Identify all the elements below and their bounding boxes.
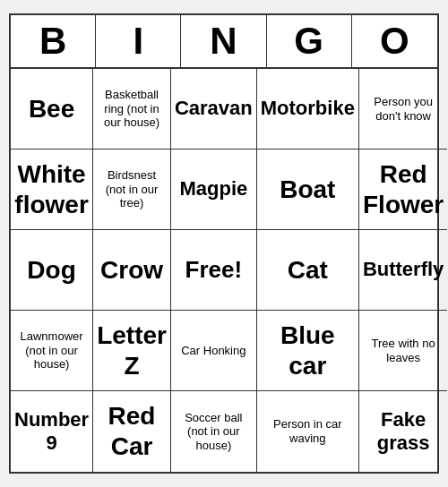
bingo-cell-24: Fake grass [359, 391, 447, 472]
bingo-cell-22: Soccer ball (not in our house) [171, 391, 257, 472]
bingo-letter-g: G [267, 15, 352, 67]
bingo-cell-6: Birdsnest (not in our tree) [93, 150, 171, 230]
bingo-cell-13: Cat [257, 230, 359, 311]
bingo-grid: BeeBasketball ring (not in our house)Car… [11, 69, 437, 472]
bingo-cell-7: Magpie [171, 150, 257, 230]
bingo-cell-14: Butterfly [359, 230, 447, 311]
bingo-letter-n: N [181, 15, 266, 67]
bingo-cell-3: Motorbike [257, 69, 359, 150]
bingo-cell-2: Caravan [171, 69, 257, 150]
bingo-card: BINGO BeeBasketball ring (not in our hou… [9, 13, 439, 474]
bingo-cell-12: Free! [171, 230, 257, 311]
bingo-cell-5: White flower [11, 150, 93, 230]
bingo-cell-0: Bee [11, 69, 93, 150]
bingo-cell-15: Lawnmower (not in our house) [11, 311, 93, 391]
bingo-letter-i: I [96, 15, 181, 67]
bingo-cell-4: Person you don't know [359, 69, 447, 150]
bingo-cell-1: Basketball ring (not in our house) [93, 69, 171, 150]
bingo-cell-19: Tree with no leaves [359, 311, 447, 391]
bingo-cell-17: Car Honking [171, 311, 257, 391]
bingo-cell-9: Red Flower [359, 150, 447, 230]
bingo-letter-b: B [11, 15, 96, 67]
bingo-header: BINGO [11, 15, 437, 69]
bingo-cell-10: Dog [11, 230, 93, 311]
bingo-cell-16: Letter Z [93, 311, 171, 391]
bingo-letter-o: O [352, 15, 437, 67]
bingo-cell-20: Number 9 [11, 391, 93, 472]
bingo-cell-21: Red Car [93, 391, 171, 472]
bingo-cell-8: Boat [257, 150, 359, 230]
bingo-cell-11: Crow [93, 230, 171, 311]
bingo-cell-18: Blue car [257, 311, 359, 391]
bingo-cell-23: Person in car waving [257, 391, 359, 472]
